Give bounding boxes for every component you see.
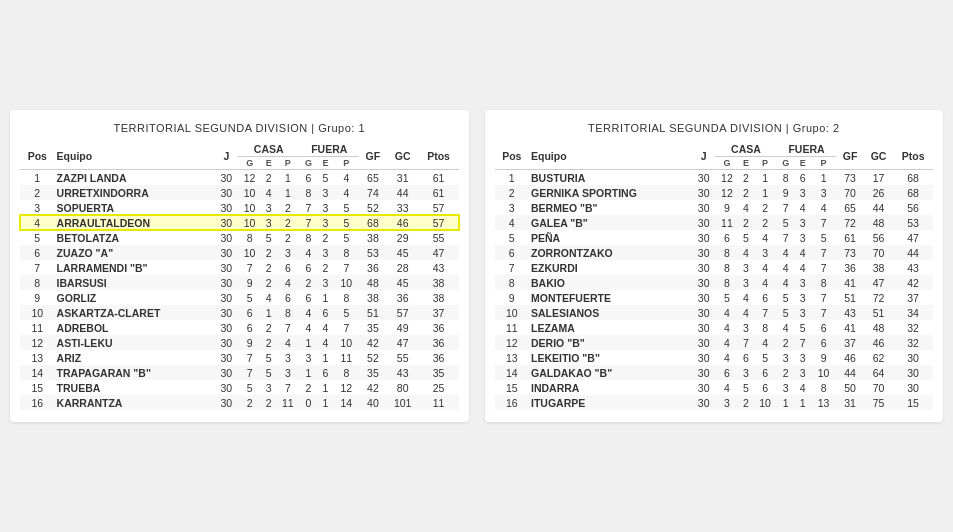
fg: 4 (777, 275, 795, 290)
gf: 53 (359, 245, 387, 260)
ce: 2 (261, 275, 276, 290)
sub-p1: P (276, 157, 299, 170)
ptos: 38 (419, 290, 459, 305)
sub2-e1: E (739, 157, 754, 170)
j: 30 (215, 170, 238, 186)
equipo: PEÑA (529, 230, 692, 245)
j: 30 (692, 260, 715, 275)
table-row: 15 INDARRA 30 4 5 6 3 4 8 50 70 30 (495, 380, 934, 395)
fg: 9 (777, 185, 795, 200)
gf: 52 (359, 200, 387, 215)
fe: 3 (795, 215, 811, 230)
fp: 8 (334, 245, 360, 260)
col-ptos-2: Ptos (893, 142, 933, 170)
equipo: GORLIZ (55, 290, 215, 305)
cp: 6 (276, 290, 299, 305)
fg: 5 (777, 215, 795, 230)
fp: 10 (811, 365, 836, 380)
gc: 70 (864, 245, 893, 260)
fp: 8 (811, 380, 836, 395)
fp: 5 (334, 200, 360, 215)
cp: 11 (276, 395, 299, 410)
cp: 7 (753, 305, 776, 320)
fe: 1 (317, 350, 333, 365)
fg: 4 (777, 320, 795, 335)
ce: 6 (739, 350, 754, 365)
fe: 4 (795, 200, 811, 215)
cp: 4 (753, 335, 776, 350)
equipo: GALEA "B" (529, 215, 692, 230)
fp: 10 (334, 275, 360, 290)
fp: 4 (334, 170, 360, 186)
table-row: 14 GALDAKAO "B" 30 6 3 6 2 3 10 44 64 30 (495, 365, 934, 380)
cp: 4 (276, 335, 299, 350)
table-row: 13 ARIZ 30 7 5 3 3 1 11 52 55 36 (20, 350, 459, 365)
fe: 3 (795, 305, 811, 320)
gf: 51 (836, 290, 864, 305)
gc: 26 (864, 185, 893, 200)
table-row: 3 SOPUERTA 30 10 3 2 7 3 5 52 33 57 (20, 200, 459, 215)
col-j-1: J (215, 142, 238, 170)
cg: 3 (715, 395, 738, 410)
ce: 3 (261, 215, 276, 230)
gc: 48 (864, 320, 893, 335)
table-row: 2 URRETXINDORRA 30 10 4 1 8 3 4 74 44 61 (20, 185, 459, 200)
pos: 13 (20, 350, 55, 365)
gc: 47 (387, 335, 419, 350)
ptos: 44 (893, 245, 933, 260)
equipo: IBARSUSI (55, 275, 215, 290)
col-pos-2: Pos (495, 142, 530, 170)
fe: 3 (795, 275, 811, 290)
fp: 14 (334, 395, 360, 410)
fp: 4 (811, 200, 836, 215)
gf: 42 (359, 380, 387, 395)
j: 30 (215, 335, 238, 350)
ce: 2 (739, 215, 754, 230)
group1-table: Pos Equipo J CASA FUERA GF GC Ptos G E P… (20, 142, 459, 410)
cg: 6 (238, 305, 261, 320)
fe: 3 (795, 350, 811, 365)
equipo: EZKURDI (529, 260, 692, 275)
gf: 40 (359, 395, 387, 410)
equipo: BUSTURIA (529, 170, 692, 186)
j: 30 (692, 185, 715, 200)
pos: 8 (20, 275, 55, 290)
equipo: LEZAMA (529, 320, 692, 335)
gf: 65 (836, 200, 864, 215)
fp: 11 (334, 350, 360, 365)
cg: 7 (238, 350, 261, 365)
group1-title: TERRITORIAL SEGUNDA DIVISION | Grupo: 1 (20, 122, 459, 134)
table-row: 13 LEKEITIO "B" 30 4 6 5 3 3 9 46 62 30 (495, 350, 934, 365)
fg: 8 (299, 230, 317, 245)
j: 30 (692, 365, 715, 380)
j: 30 (692, 350, 715, 365)
cg: 7 (238, 365, 261, 380)
table-row: 11 LEZAMA 30 4 3 8 4 5 6 41 48 32 (495, 320, 934, 335)
fp: 10 (334, 335, 360, 350)
cg: 12 (238, 170, 261, 186)
ce: 3 (261, 380, 276, 395)
ce: 3 (739, 365, 754, 380)
j: 30 (215, 365, 238, 380)
fe: 4 (317, 320, 333, 335)
equipo: ZORRONTZAKO (529, 245, 692, 260)
cg: 4 (715, 350, 738, 365)
gf: 51 (359, 305, 387, 320)
pos: 12 (20, 335, 55, 350)
fe: 1 (795, 395, 811, 410)
cp: 4 (753, 260, 776, 275)
ce: 4 (261, 290, 276, 305)
ce: 5 (261, 350, 276, 365)
cp: 1 (276, 170, 299, 186)
ce: 2 (739, 185, 754, 200)
ptos: 36 (419, 335, 459, 350)
pos: 11 (495, 320, 530, 335)
j: 30 (692, 275, 715, 290)
cg: 8 (715, 260, 738, 275)
fp: 5 (811, 230, 836, 245)
gf: 36 (359, 260, 387, 275)
ptos: 61 (419, 170, 459, 186)
cg: 9 (715, 200, 738, 215)
cp: 2 (753, 215, 776, 230)
ce: 7 (739, 335, 754, 350)
